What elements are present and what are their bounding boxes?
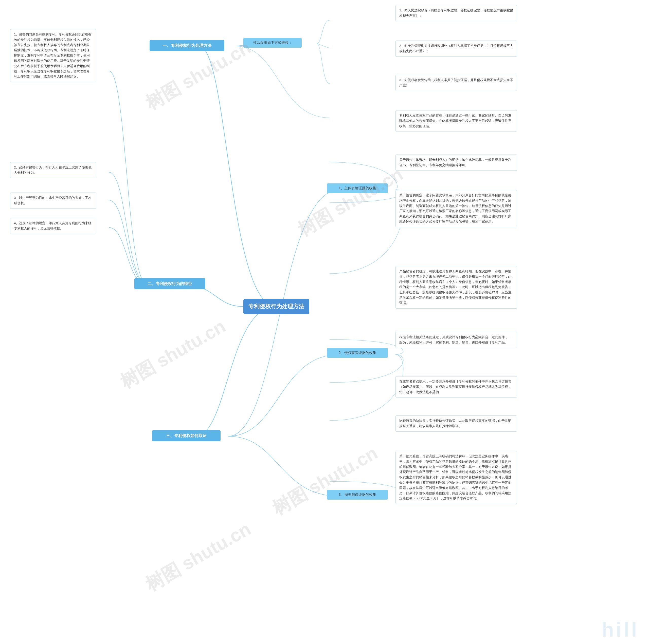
right-text-2: 2、向专利管理机关提请行政调处（权利人掌握了初步证据，并且侵权规模不大或损失尚不… bbox=[395, 41, 517, 57]
right-text-1: 1、向人民法院起诉（前提是专利权过硬、侵权证据完整、侵权情况严重或被侵权损失严重… bbox=[395, 5, 517, 21]
left-text-2: 2、必须有侵害行为，即行为人在客观上实施了侵害他人专利的行为。 bbox=[10, 162, 96, 178]
central-node: 专利侵权行为处理方法 bbox=[243, 299, 309, 314]
l1-label-3: 三、专利侵权如何取证 bbox=[166, 433, 207, 439]
left-text-content-3: 3、以生产经营为目的，非生产经营目的的实施，不构成侵权。 bbox=[14, 196, 91, 205]
l1-label-2: 二、专利侵权行为的特征 bbox=[147, 281, 192, 286]
right-text-content-4: 专利权人发觉侵权产品的存在，往往是通过一些厂家、商家的幽暗、自己的发现或其他人的… bbox=[399, 113, 511, 128]
l2-label-ev2: 2、侵权事实证据的收集 bbox=[339, 351, 376, 355]
right-text-content-3: 3、向侵权者发警告函（权利人掌握了初步证据，并且侵权规模不大或损失尚不严重） bbox=[399, 78, 513, 87]
right-text-content-8: 根据专利法相关法条的规定，外观设计专利侵权行为必须符合一定的要件，一般为：未经权… bbox=[399, 335, 511, 344]
page-container: 树图 shutu.cn 树图 shutu.cn 树图 shutu.cn 树图 s… bbox=[0, 0, 649, 644]
right-text-10: 比较通常的做法是，实行暗访公证购买，以此取得侵权事实的证据，由于此证据至关重要，… bbox=[395, 415, 517, 432]
watermark-5: 树图 shutu.cn bbox=[141, 517, 255, 597]
l2-node-ev3: 3、损失赔偿证据的收集 bbox=[327, 490, 388, 500]
l1-node-2: 二、专利侵权行为的特征 bbox=[134, 278, 205, 289]
right-text-content-5: 关于原告主体资格（即专利权人）的证据，这个比较简单，一般只要具备专利证书、专利登… bbox=[399, 158, 511, 167]
right-text-11: 关于损失赔偿，尽管高院已有明确的司法解释，但此法是业务操作中一头痛事，因为实践中… bbox=[395, 451, 517, 504]
l2-node-ev2: 2、侵权事实证据的收集 bbox=[327, 348, 388, 358]
right-text-content-6: 关于被告的确定，这个问题比较繁杂，大部分原告打此官司的最终目的就是要求停止侵权，… bbox=[399, 193, 511, 223]
right-text-content-11: 关于损失赔偿，尽管高院已有明确的司法解释，但此法是业务操作中一头痛事，因为实践中… bbox=[399, 454, 511, 500]
connector-lines bbox=[0, 0, 649, 644]
left-text-1: 1、侵害的对象是有效的专利。专利侵权必须以存在有效的专利权为前提。实施专利授权以… bbox=[10, 29, 96, 82]
right-text-9: 在此笔者着点提示，一定要注意外观设计专利侵权的要件中并不包含许诺销售（如产品展示… bbox=[395, 376, 517, 398]
left-text-3: 3、以生产经营为目的，非生产经营目的的实施，不构成侵权。 bbox=[10, 192, 96, 209]
right-text-content-10: 比较通常的做法是，实行暗访公证购买，以此取得侵权事实的证据，由于此证据至关重要，… bbox=[399, 419, 511, 428]
right-text-3: 3、向侵权者发警告函（权利人掌握了初步证据，并且侵权规模不大或损失尚不严重） bbox=[395, 75, 517, 91]
l2-label-ev1: 1、主体资格证据的收集 bbox=[339, 186, 376, 190]
left-text-4: 4、违反了法律的规定，即行为人实施专利的行为未经专利权人的许可，又无法律依据。 bbox=[10, 218, 96, 234]
right-text-8: 根据专利法相关法条的规定，外观设计专利侵权行为必须符合一定的要件，一般为：未经权… bbox=[395, 332, 517, 348]
l2-label-1: 可以采用如下方式维权： bbox=[253, 41, 292, 45]
right-text-7: 产品销售者的确定，可以通过其名称工商查询得知。但在实践中，存在一种情形，即销售者… bbox=[395, 266, 517, 309]
watermark-4: 树图 shutu.cn bbox=[268, 441, 382, 521]
left-text-content-4: 4、违反了法律的规定，即行为人实施专利的行为未经专利权人的许可，又无法律依据。 bbox=[14, 221, 91, 230]
hill-label: hill bbox=[601, 618, 639, 641]
left-text-content-1: 1、侵害的对象是有效的专利。专利侵权必须以存在有效的专利权为前提。实施专利授权以… bbox=[14, 33, 91, 78]
right-text-4: 专利权人发觉侵权产品的存在，往往是通过一些厂家、商家的幽暗、自己的发现或其他人的… bbox=[395, 110, 517, 132]
right-text-content-9: 在此笔者着点提示，一定要注意外观设计专利侵权的要件中并不包含许诺销售（如产品展示… bbox=[399, 379, 511, 394]
right-text-6: 关于被告的确定，这个问题比较繁杂，大部分原告打此官司的最终目的就是要求停止侵权，… bbox=[395, 190, 517, 227]
central-label: 专利侵权行为处理方法 bbox=[249, 303, 304, 310]
l2-node-1: 可以采用如下方式维权： bbox=[243, 38, 302, 48]
left-text-content-2: 2、必须有侵害行为，即行为人在客观上实施了侵害他人专利的行为。 bbox=[14, 166, 91, 175]
l1-node-1: 一、专利侵权行为处理方法 bbox=[149, 40, 224, 51]
right-text-content-2: 2、向专利管理机关提请行政调处（权利人掌握了初步证据，并且侵权规模不大或损失尚不… bbox=[399, 44, 513, 53]
right-text-5: 关于原告主体资格（即专利权人）的证据，这个比较简单，一般只要具备专利证书、专利登… bbox=[395, 154, 517, 171]
right-text-content-1: 1、向人民法院起诉（前提是专利权过硬、侵权证据完整、侵权情况严重或被侵权损失严重… bbox=[399, 8, 513, 17]
l1-node-3: 三、专利侵权如何取证 bbox=[152, 430, 221, 441]
right-text-content-7: 产品销售者的确定，可以通过其名称工商查询得知。但在实践中，存在一种情形，即销售者… bbox=[399, 269, 511, 305]
l2-label-ev3: 3、损失赔偿证据的收集 bbox=[339, 493, 376, 497]
l1-label-1: 一、专利侵权行为处理方法 bbox=[163, 43, 211, 48]
watermark-3: 树图 shutu.cn bbox=[116, 314, 230, 394]
l2-node-ev1: 1、主体资格证据的收集 bbox=[327, 183, 388, 193]
watermark-2: 树图 shutu.cn bbox=[293, 162, 407, 242]
